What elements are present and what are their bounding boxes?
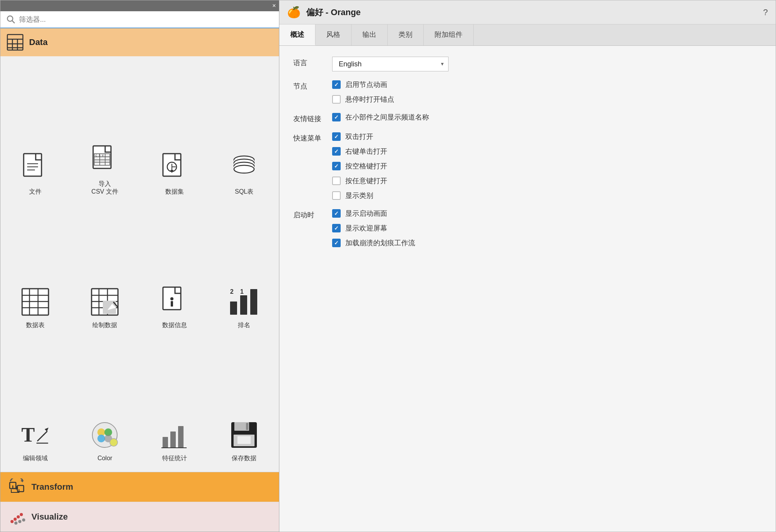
startup-controls: 显示启动画面 显示欢迎屏幕 加载崩溃的划痕工作流 [332,209,762,248]
search-icon [7,15,15,24]
widget-datainfo-label: 数据信息 [162,321,187,329]
svg-text:C S V: C S V [95,154,104,157]
widget-editdomain[interactable]: T 编辑领域 [0,335,70,468]
svg-point-80 [14,518,17,521]
transform-label: Transform [31,482,73,492]
widget-color-label: Color [97,454,112,463]
dataset-icon [159,153,190,184]
widget-color[interactable]: Color [70,335,140,468]
widget-rank[interactable]: 2 1 3 排名 [210,201,279,334]
qm-option-1-label: 右键单击打开 [345,147,387,156]
svg-point-79 [10,520,14,523]
svg-point-65 [110,438,118,446]
startup-option-2[interactable]: 加载崩溃的划痕工作流 [332,238,762,248]
qm-checkbox-0[interactable] [332,132,341,141]
svg-rect-49 [230,302,237,315]
widget-rank-label: 排名 [238,321,250,329]
widget-csv[interactable]: C S V 导入 CSV 文件 [70,60,140,201]
qm-option-1[interactable]: 右键单击打开 [332,147,762,156]
tab-addons[interactable]: 附加组件 [424,24,474,45]
transform-category[interactable]: Transform [0,472,279,502]
search-bar [0,11,279,28]
csv-icon: C S V [89,145,120,176]
widget-paint[interactable]: 绘制数据 [70,201,140,334]
widget-savedata-label: 保存数据 [232,454,256,463]
svg-marker-58 [45,428,48,431]
tab-style[interactable]: 风格 [315,24,352,45]
links-checkbox-0[interactable] [332,113,341,121]
node-checkbox-0[interactable] [332,80,341,89]
qm-option-0[interactable]: 双击打开 [332,132,762,141]
links-label: 友情链接 [293,113,324,123]
widget-datatable[interactable]: 数据表 [0,201,70,334]
svg-point-47 [170,297,173,300]
widget-dataset-label: 数据集 [165,188,184,196]
node-label: 节点 [293,80,324,91]
visualize-category[interactable]: Visualize [0,502,279,532]
qm-option-4[interactable]: 显示类别 [332,191,762,200]
qm-checkbox-4[interactable] [332,191,341,200]
orange-logo: 🍊 [287,6,301,19]
right-panel: 🍊 偏好 - Orange ? 概述 风格 输出 类别 附加组件 语言 Engl… [279,0,776,532]
data-category-icon [7,34,24,51]
qm-option-3[interactable]: 按任意键打开 [332,176,762,185]
qm-checkbox-3[interactable] [332,177,341,185]
widget-dataset[interactable]: 数据集 [140,60,210,201]
search-input[interactable] [19,16,273,24]
qm-checkbox-2[interactable] [332,162,341,170]
widget-file[interactable]: 文件 [0,60,70,201]
svg-text:3: 3 [250,289,253,295]
file-icon [20,153,51,184]
node-checkbox-1[interactable] [332,95,341,104]
links-option-0[interactable]: 在小部件之间显示频道名称 [332,113,762,122]
qm-option-2[interactable]: 按空格键打开 [332,161,762,171]
qm-option-2-label: 按空格键打开 [345,161,387,171]
quickmenu-controls: 双击打开 右键单击打开 按空格键打开 按任意键打开 显示类别 [332,132,762,200]
transform-icon [8,478,25,496]
color-icon [89,419,120,451]
links-row: 友情链接 在小部件之间显示频道名称 [293,113,762,123]
widget-datatable-label: 数据表 [26,321,45,329]
tab-output[interactable]: 输出 [352,24,388,45]
widget-file-label: 文件 [29,188,42,196]
help-button[interactable]: ? [763,7,768,17]
language-select[interactable]: English 中文 [332,57,449,71]
svg-text:1: 1 [240,288,244,295]
quickmenu-row: 快速菜单 双击打开 右键单击打开 按空格键打开 按任意键打开 [293,132,762,200]
startup-checkbox-0[interactable] [332,209,341,218]
startup-label: 启动时 [293,209,324,220]
qm-checkbox-1[interactable] [332,147,341,156]
widget-sql[interactable]: SQL表 [210,60,279,201]
widget-datainfo[interactable]: 数据信息 [140,201,210,334]
svg-point-85 [22,518,25,522]
tabs-bar: 概述 风格 输出 类别 附加组件 [279,24,776,46]
widget-savedata[interactable]: 保存数据 [210,335,279,468]
widget-csv-label: 导入 CSV 文件 [92,180,118,196]
startup-checkbox-2[interactable] [332,239,341,247]
close-bar: × [0,0,279,11]
startup-option-1[interactable]: 显示欢迎屏幕 [332,224,762,233]
node-option-0-label: 启用节点动画 [345,80,387,89]
node-controls: 启用节点动画 悬停时打开锚点 [332,80,762,104]
node-option-0[interactable]: 启用节点动画 [332,80,762,89]
startup-checkbox-1[interactable] [332,224,341,232]
language-select-wrap: English 中文 [332,57,449,71]
tab-category[interactable]: 类别 [388,24,424,45]
widget-featurestats[interactable]: 特征统计 [140,335,210,468]
editdomain-icon: T [20,419,51,451]
svg-point-31 [234,165,254,173]
qm-option-3-label: 按任意键打开 [345,176,387,185]
widget-editdomain-label: 编辑领域 [23,454,48,463]
visualize-icon [8,508,25,525]
startup-option-2-label: 加载崩溃的划痕工作流 [345,238,415,248]
widget-sql-label: SQL表 [235,188,253,196]
svg-rect-8 [24,154,42,176]
startup-option-0[interactable]: 显示启动画面 [332,209,762,218]
sql-icon [229,153,260,184]
datainfo-icon [159,286,190,317]
node-option-1[interactable]: 悬停时打开锚点 [332,95,762,104]
tab-overview[interactable]: 概述 [279,24,315,45]
close-button[interactable]: × [272,3,276,9]
pref-title: 偏好 - Orange [306,7,758,18]
data-category-header[interactable]: Data [0,28,279,56]
